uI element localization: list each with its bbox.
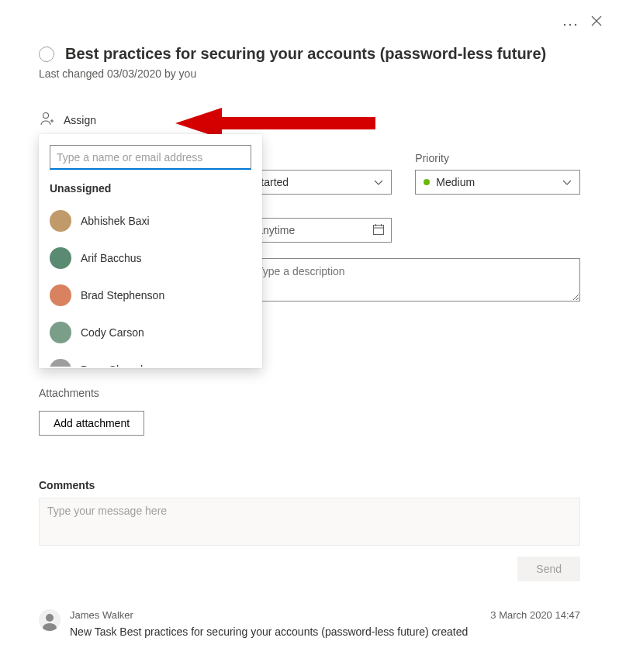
priority-dot-icon [424,179,430,185]
assign-search-input[interactable] [50,145,251,170]
person-name: Dave Shanahan [81,364,158,367]
person-name: Abhishek Baxi [81,215,150,227]
calendar-icon [372,223,385,238]
more-icon[interactable] [563,16,577,29]
person-option[interactable]: Cody Carson [39,314,262,351]
activity-author: James Walker [70,609,133,621]
avatar [50,210,71,232]
assign-label: Assign [64,114,96,126]
svg-rect-9 [374,225,384,234]
svg-point-14 [46,614,54,622]
chevron-down-icon [374,176,383,188]
assign-people-list[interactable]: Unassigned Abhishek Baxi Arif Bacchus Br… [39,177,262,367]
person-option[interactable]: Brad Stephenson [39,277,262,314]
attachments-label: Attachments [39,387,580,399]
avatar [50,247,71,269]
avatar [50,322,71,343]
person-add-icon [39,111,54,129]
comments-label: Comments [39,479,580,491]
activity-text: New Task Best practices for securing you… [70,625,580,638]
chevron-down-icon [562,176,572,188]
add-attachment-button[interactable]: Add attachment [39,411,144,436]
svg-point-2 [575,24,576,26]
person-name: Cody Carson [81,326,144,339]
send-button[interactable]: Send [517,557,580,581]
person-option[interactable]: Dave Shanahan [39,351,262,367]
unassigned-heading: Unassigned [39,177,262,202]
activity-entry: James Walker 3 March 2020 14:47 New Task… [39,609,580,638]
assign-popup: Unassigned Abhishek Baxi Arif Bacchus Br… [39,134,262,368]
person-option[interactable]: Arif Bacchus [39,240,262,277]
complete-checkbox[interactable] [39,47,54,62]
notes-textarea[interactable] [248,258,580,302]
person-name: Arif Bacchus [81,252,142,264]
avatar [39,609,61,631]
priority-select[interactable]: Medium [415,170,580,195]
priority-label: Priority [415,152,580,164]
assign-button[interactable]: Assign [39,111,580,129]
svg-point-5 [43,113,49,119]
svg-point-1 [569,24,571,26]
close-icon[interactable] [591,16,602,29]
comment-input[interactable] [39,498,580,546]
task-title[interactable]: Best practices for securing your account… [65,45,546,63]
activity-timestamp: 3 March 2020 14:47 [490,609,580,621]
person-option[interactable]: Abhishek Baxi [39,202,262,240]
avatar [50,284,71,306]
last-changed-meta: Last changed 03/03/2020 by you [39,67,580,80]
priority-value: Medium [436,176,475,188]
svg-point-0 [564,24,565,26]
person-name: Brad Stephenson [81,289,164,302]
avatar [50,359,71,367]
